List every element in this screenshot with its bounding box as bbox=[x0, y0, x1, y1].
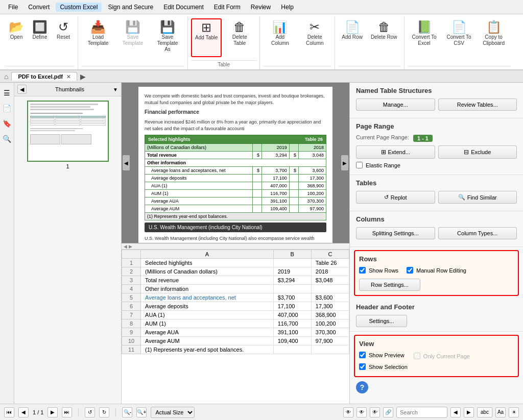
search-prev-btn[interactable]: ◀ bbox=[450, 407, 461, 417]
nav-home-icon[interactable]: ⌂ bbox=[4, 72, 8, 81]
search-input[interactable] bbox=[396, 407, 447, 418]
exclude-button[interactable]: ⊟ Exclude bbox=[438, 145, 517, 159]
menu-edit-document[interactable]: Edit Document bbox=[159, 3, 208, 12]
elastic-range-checkbox[interactable] bbox=[356, 162, 363, 168]
tab-pdf[interactable]: PDF to Excel.pdf ✕ bbox=[11, 72, 77, 81]
save-template-as-button[interactable]: 💾 Save Template As bbox=[151, 18, 184, 57]
sidebar-icon-bookmark[interactable]: 🔖 bbox=[1, 117, 13, 130]
help-button[interactable]: ? bbox=[356, 381, 368, 393]
undo-btn[interactable]: ↺ bbox=[85, 407, 95, 417]
menu-sign-secure[interactable]: Sign and Secure bbox=[104, 3, 157, 12]
redo-btn[interactable]: ↻ bbox=[99, 407, 109, 417]
zoom-out-btn[interactable]: 🔍- bbox=[122, 407, 132, 417]
pdf-text-3: Revenue increased $246 million or 8% fro… bbox=[145, 119, 326, 132]
define-button[interactable]: 🔲 Define bbox=[29, 18, 51, 57]
abc-btn[interactable]: abc bbox=[477, 407, 492, 417]
named-table-section: Named Table Structures Manage... Review … bbox=[350, 83, 523, 118]
convert-csv-icon: 📄 bbox=[451, 21, 467, 33]
sidebar-icon-pages[interactable]: 📄 bbox=[1, 102, 13, 114]
add-column-button[interactable]: 📊 Add Column bbox=[263, 18, 297, 57]
delete-row-button[interactable]: 🗑 Delete Row bbox=[367, 18, 401, 57]
column-types-button[interactable]: Column Types... bbox=[438, 227, 517, 239]
case-btn[interactable]: Aa bbox=[495, 407, 506, 417]
eye-btn[interactable]: 👁 bbox=[343, 407, 353, 417]
menu-convert[interactable]: Convert bbox=[24, 3, 54, 12]
only-current-page-checkbox[interactable] bbox=[414, 353, 420, 359]
ss-col-a[interactable]: A bbox=[141, 250, 274, 259]
menu-review[interactable]: Review bbox=[247, 3, 275, 12]
show-rows-checkbox[interactable] bbox=[359, 267, 366, 274]
sidebar-icon-search[interactable]: 🔍 bbox=[1, 133, 13, 145]
delete-table-icon: 🗑 bbox=[233, 21, 246, 33]
manual-row-editing-checkbox[interactable] bbox=[407, 267, 413, 274]
ss-row-5: 5 Average loans and acceptances, net $3,… bbox=[122, 293, 349, 302]
pdf-view[interactable]: ◀ ▶ We compete with domestic banks and t… bbox=[122, 83, 349, 243]
named-table-title: Named Table Structures bbox=[356, 87, 517, 94]
brightness-btn[interactable]: ☀ bbox=[509, 407, 519, 417]
add-row-button[interactable]: 📄 Add Row bbox=[338, 18, 366, 57]
pdf-data-table: Selected highlights Table 26 (Millions o… bbox=[145, 135, 326, 220]
delete-column-button[interactable]: ✂ Delete Column bbox=[298, 18, 331, 57]
zoom-select[interactable]: Actual Size bbox=[151, 407, 195, 418]
copy-clipboard-icon: 📋 bbox=[486, 21, 502, 33]
open-button[interactable]: 📂 Open bbox=[5, 18, 28, 57]
prev-page-btn[interactable]: ◀ bbox=[18, 407, 29, 417]
convert-excel-button[interactable]: 📗 Convert To Excel bbox=[408, 18, 441, 57]
header-settings-button[interactable]: Settings... bbox=[356, 315, 407, 327]
scrollbar-area[interactable]: ◀ ▶ bbox=[124, 244, 132, 249]
eye2-btn[interactable]: 👁 bbox=[356, 407, 367, 417]
menu-file[interactable]: File bbox=[4, 3, 22, 12]
view-title: View bbox=[359, 340, 514, 348]
delete-table-button[interactable]: 🗑 Delete Table bbox=[223, 18, 256, 57]
eye3-btn[interactable]: 👁 bbox=[370, 407, 380, 417]
find-similar-button[interactable]: 🔍 Find Similar bbox=[438, 191, 517, 204]
zoom-in-btn[interactable]: 🔍+ bbox=[136, 407, 147, 417]
add-column-icon: 📊 bbox=[272, 21, 288, 33]
panel-nav: ◀ bbox=[17, 85, 27, 94]
tab-scroll-right[interactable]: ▶ bbox=[80, 72, 86, 81]
show-selection-checkbox[interactable] bbox=[359, 363, 366, 370]
center-content: ◀ ▶ We compete with domestic banks and t… bbox=[122, 83, 349, 404]
reset-icon: ↺ bbox=[58, 21, 68, 33]
menu-custom-excel[interactable]: Custom Excel bbox=[56, 3, 102, 12]
add-table-button[interactable]: ⊞ Add Table bbox=[191, 18, 222, 57]
extend-button[interactable]: ⊞ Extend... bbox=[356, 145, 435, 159]
sidebar-icon-layers[interactable]: ☰ bbox=[1, 87, 13, 99]
thumbnail-page-1[interactable]: 1 bbox=[27, 101, 109, 169]
ss-col-c[interactable]: C bbox=[311, 250, 349, 259]
scroll-left-btn[interactable]: ◀ bbox=[123, 155, 130, 170]
pdf-table-row-7: Average AUA 391,100 370,300 bbox=[145, 197, 326, 205]
review-tables-button[interactable]: Review Tables... bbox=[438, 98, 517, 111]
copy-clipboard-button[interactable]: 📋 Copy to Clipboard bbox=[477, 18, 511, 57]
replot-button[interactable]: ↺ Replot bbox=[356, 191, 435, 204]
save-template-button[interactable]: 💾 Save Template bbox=[116, 18, 150, 57]
thumbnails-dropdown[interactable]: ▼ bbox=[113, 87, 118, 92]
manage-button[interactable]: Manage... bbox=[356, 98, 435, 111]
ss-row-9: 9 Average AUA 391,100 370,300 bbox=[122, 328, 349, 337]
menu-help[interactable]: Help bbox=[277, 3, 298, 12]
menu-edit-form[interactable]: Edit Form bbox=[210, 3, 245, 12]
add-row-icon: 📄 bbox=[345, 21, 360, 33]
last-page-btn[interactable]: ⏭ bbox=[62, 407, 72, 417]
current-page-range-badge: 1 - 1 bbox=[413, 135, 433, 142]
pdf-table-row-4: Average deposits 17,100 17,300 bbox=[145, 175, 326, 182]
ss-col-b[interactable]: B bbox=[273, 250, 311, 259]
convert-csv-button[interactable]: 📄 Convert To CSV bbox=[442, 18, 476, 57]
reset-button[interactable]: ↺ Reset bbox=[52, 18, 75, 57]
load-template-button[interactable]: 📥 Load Template bbox=[81, 18, 115, 57]
eye4-btn[interactable]: 🔗 bbox=[383, 407, 393, 417]
ss-row-7: 7 AUA (1) 407,000 368,900 bbox=[122, 311, 349, 319]
tab-close-icon[interactable]: ✕ bbox=[66, 74, 70, 80]
manual-row-editing-label: Manual Row Editing bbox=[416, 267, 466, 274]
first-page-btn[interactable]: ⏮ bbox=[4, 407, 14, 417]
panel-collapse-btn[interactable]: ◀ bbox=[17, 85, 27, 94]
pdf-table-row-3: Average loans and acceptances, net $ 3,7… bbox=[145, 167, 326, 175]
next-page-btn[interactable]: ▶ bbox=[47, 407, 58, 417]
search-next-btn[interactable]: ▶ bbox=[464, 407, 474, 417]
scroll-right-btn[interactable]: ▶ bbox=[341, 155, 348, 170]
row-settings-button[interactable]: Row Settings... bbox=[359, 279, 420, 291]
show-preview-checkbox[interactable] bbox=[359, 352, 366, 358]
save-template-as-icon: 💾 bbox=[160, 21, 175, 33]
ribbon-group-label-2 bbox=[81, 66, 184, 69]
splitting-settings-button[interactable]: Splitting Settings... bbox=[356, 227, 435, 239]
